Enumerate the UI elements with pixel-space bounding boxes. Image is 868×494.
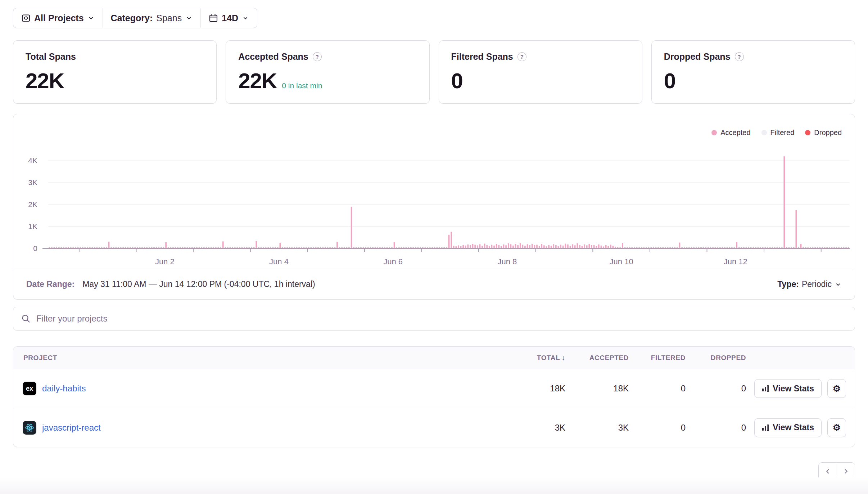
usage-chart-card: Accepted Filtered Dropped 01K2K3K4KJun 2… — [13, 114, 855, 300]
help-icon[interactable]: ? — [735, 52, 744, 61]
bar-chart-icon — [762, 425, 769, 431]
project-settings-button[interactable]: ⚙ — [827, 418, 846, 437]
legend-label: Dropped — [814, 129, 842, 137]
filtered-cell: 0 — [633, 423, 690, 433]
type-value: Periodic — [802, 279, 832, 289]
react-platform-icon — [23, 421, 36, 435]
type-label: Type: — [777, 279, 799, 289]
card-value: 22K — [238, 68, 277, 93]
card-value: 0 — [664, 68, 675, 93]
view-stats-button[interactable]: View Stats — [754, 418, 822, 437]
dropped-legend-dot — [805, 130, 810, 135]
category-filter-label: Category: — [111, 13, 153, 23]
type-dropdown[interactable]: Type: Periodic — [777, 279, 842, 289]
chart-footer: Date Range: May 31 11:00 AM — Jun 14 12:… — [13, 269, 855, 299]
project-link[interactable]: javascript-react — [42, 423, 101, 433]
help-icon[interactable]: ? — [313, 52, 322, 61]
category-filter-dropdown[interactable]: Category: Spans — [103, 8, 201, 28]
chevron-left-icon — [824, 467, 832, 475]
svg-text:0: 0 — [33, 244, 37, 252]
accepted-cell: 3K — [570, 423, 633, 433]
column-header-project[interactable]: PROJECT — [13, 354, 523, 362]
bottom-fade — [0, 477, 868, 494]
chevron-down-icon — [242, 14, 249, 22]
svg-text:1K: 1K — [28, 222, 37, 230]
spans-bar-chart[interactable]: 01K2K3K4KJun 2Jun 4Jun 6Jun 8Jun 10Jun 1… — [13, 124, 854, 269]
project-search-box — [13, 307, 855, 331]
project-filter-input[interactable] — [36, 314, 847, 324]
legend-label: Filtered — [770, 129, 795, 137]
card-value: 0 — [451, 68, 463, 93]
chevron-right-icon — [842, 467, 850, 475]
svg-text:Jun 10: Jun 10 — [610, 257, 633, 266]
column-header-total[interactable]: TOTAL↓ — [523, 354, 570, 362]
project-settings-button[interactable]: ⚙ — [827, 379, 846, 398]
accepted-legend-dot — [711, 130, 717, 135]
svg-text:Jun 2: Jun 2 — [155, 257, 175, 266]
card-title: Filtered Spans — [451, 51, 513, 62]
card-title: Accepted Spans — [238, 51, 308, 62]
filtered-cell: 0 — [633, 383, 690, 394]
card-title: Dropped Spans — [664, 51, 731, 62]
filter-bar: All Projects Category: Spans 14D — [13, 8, 257, 28]
svg-text:Jun 8: Jun 8 — [497, 257, 517, 266]
chevron-down-icon — [87, 14, 95, 22]
category-filter-value: Spans — [156, 13, 182, 23]
svg-text:Jun 4: Jun 4 — [269, 257, 289, 266]
chevron-down-icon — [835, 281, 842, 288]
accepted-cell: 18K — [570, 383, 633, 394]
gear-icon: ⚙ — [833, 383, 841, 394]
chevron-down-icon — [185, 14, 193, 22]
total-spans-card: Total Spans 22K — [13, 40, 217, 104]
stat-cards-row: Total Spans 22K Accepted Spans ? 22K 0 i… — [13, 40, 855, 104]
filtered-legend-dot — [761, 130, 767, 135]
total-cell: 18K — [523, 383, 570, 394]
help-icon[interactable]: ? — [517, 52, 526, 61]
projects-icon — [21, 13, 31, 23]
accepted-spans-card: Accepted Spans ? 22K 0 in last min — [226, 40, 429, 104]
expo-platform-icon: ex — [23, 382, 36, 395]
total-cell: 3K — [523, 423, 570, 433]
projects-table: PROJECT TOTAL↓ ACCEPTED FILTERED DROPPED… — [13, 346, 855, 447]
dropped-spans-card: Dropped Spans ? 0 — [651, 40, 855, 104]
legend-item-filtered[interactable]: Filtered — [761, 129, 795, 137]
date-period-value: 14D — [222, 13, 238, 23]
chart-legend: Accepted Filtered Dropped — [711, 129, 842, 137]
filtered-spans-card: Filtered Spans ? 0 — [439, 40, 642, 104]
project-filter-dropdown[interactable]: All Projects — [13, 8, 103, 28]
dropped-cell: 0 — [690, 383, 750, 394]
table-row: javascript-react 3K 3K 0 0 View Stats ⚙ — [13, 408, 855, 447]
table-header-row: PROJECT TOTAL↓ ACCEPTED FILTERED DROPPED — [13, 347, 855, 369]
column-header-dropped[interactable]: DROPPED — [690, 354, 750, 362]
column-header-accepted[interactable]: ACCEPTED — [570, 354, 633, 362]
sort-desc-icon: ↓ — [561, 354, 565, 362]
column-header-filtered[interactable]: FILTERED — [633, 354, 690, 362]
date-period-dropdown[interactable]: 14D — [200, 8, 257, 28]
stats-page: All Projects Category: Spans 14D — [0, 0, 868, 480]
date-range-value: May 31 11:00 AM — Jun 14 12:00 PM (-04:0… — [82, 279, 315, 289]
svg-text:Jun 6: Jun 6 — [383, 257, 403, 266]
view-stats-button[interactable]: View Stats — [754, 379, 822, 398]
project-link[interactable]: daily-habits — [42, 383, 86, 394]
card-title: Total Spans — [26, 51, 76, 62]
bar-chart-icon — [762, 385, 769, 392]
svg-text:Jun 12: Jun 12 — [724, 257, 747, 266]
svg-text:2K: 2K — [28, 200, 37, 208]
project-filter-label: All Projects — [34, 13, 84, 23]
calendar-icon — [209, 13, 218, 23]
legend-label: Accepted — [720, 129, 750, 137]
svg-text:3K: 3K — [28, 178, 37, 187]
svg-text:4K: 4K — [28, 156, 37, 165]
card-value: 22K — [26, 68, 64, 93]
dropped-cell: 0 — [690, 423, 750, 433]
date-range-label: Date Range: — [26, 279, 74, 289]
table-row: ex daily-habits 18K 18K 0 0 View Stats ⚙ — [13, 369, 855, 408]
recent-accepted-text: 0 in last min — [282, 81, 322, 90]
search-icon — [21, 314, 31, 323]
gear-icon: ⚙ — [833, 422, 841, 433]
legend-item-accepted[interactable]: Accepted — [711, 129, 750, 137]
legend-item-dropped[interactable]: Dropped — [805, 129, 842, 137]
